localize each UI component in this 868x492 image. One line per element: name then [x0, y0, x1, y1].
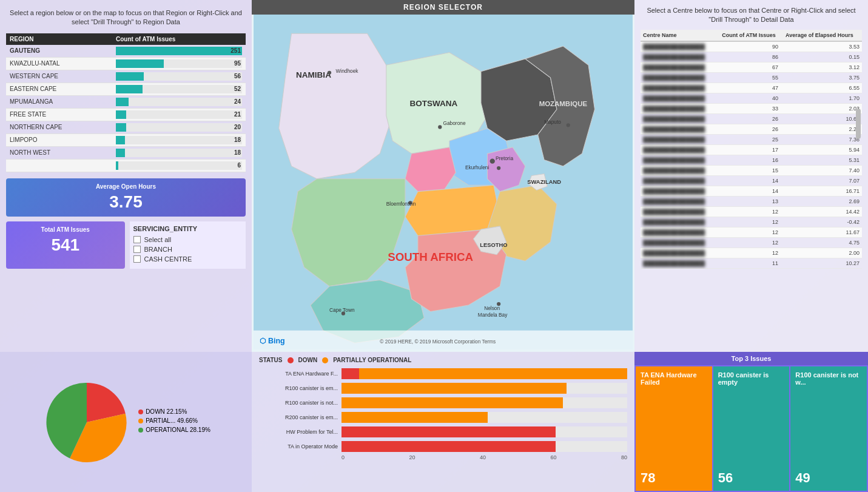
centre-row[interactable]: ████████████████ 12 2.00 [641, 248, 862, 258]
region-row[interactable]: NORTHERN CAPE 20 [6, 121, 246, 133]
filter-branch-label: BRANCH [144, 246, 172, 253]
pie-label-operational: OPERATIONAL 28.19% [138, 426, 210, 433]
count-col-header: Count of ATM Issues [112, 33, 246, 45]
svg-text:SWAZILAND: SWAZILAND [527, 179, 561, 185]
region-row[interactable]: NORTH WEST 18 [6, 146, 246, 159]
scrollbar[interactable] [856, 109, 861, 139]
checkbox-select-all[interactable] [133, 236, 141, 243]
centre-count-cell: 14 [719, 186, 783, 196]
bar-row: HW Problem for Tel... [259, 426, 627, 437]
centre-row[interactable]: ████████████████ 90 3.53 [641, 41, 862, 52]
centre-row[interactable]: ████████████████ 33 2.03 [641, 103, 862, 113]
kpi-avg-value: 3.75 [11, 192, 241, 212]
centre-avg-cell: 7.07 [783, 175, 862, 186]
region-row[interactable]: MPUMALANGA 24 [6, 95, 246, 108]
svg-text:© 2019 HERE, © 2019 Microsoft : © 2019 HERE, © 2019 Microsoft Corporatio… [380, 339, 496, 345]
region-row[interactable]: 6 [6, 159, 246, 172]
bar-bg: 18 [116, 149, 242, 157]
centre-count-cell: 12 [719, 237, 783, 248]
centre-row[interactable]: ████████████████ 13 2.69 [641, 196, 862, 206]
top3-card[interactable]: R100 canister is empty 56 [713, 366, 790, 491]
filter-branch[interactable]: BRANCH [133, 246, 243, 253]
centre-count-cell: 40 [719, 93, 783, 103]
centre-row[interactable]: ████████████████ 47 6.55 [641, 83, 862, 93]
centre-row[interactable]: ████████████████ 40 1.70 [641, 93, 862, 103]
centre-row[interactable]: ████████████████ 14 7.07 [641, 175, 862, 186]
checkbox-cash-centre[interactable] [133, 255, 141, 263]
centre-row[interactable]: ████████████████ 86 0.15 [641, 52, 862, 62]
centre-row[interactable]: ████████████████ 17 5.94 [641, 144, 862, 155]
centre-name-cell: ████████████████ [641, 52, 719, 62]
filter-select-all[interactable]: Select all [133, 236, 243, 243]
centre-avg-cell: 11.67 [783, 227, 862, 237]
centre-row[interactable]: ████████████████ 12 14.42 [641, 206, 862, 217]
svg-point-9 [438, 125, 442, 129]
region-bar-cell: 21 [112, 108, 246, 121]
region-row[interactable]: WESTERN CAPE 56 [6, 70, 246, 83]
partial-label: PARTIAL... 49.66% [146, 417, 198, 424]
region-name: MPUMALANGA [6, 95, 112, 108]
region-name: FREE STATE [6, 108, 112, 121]
centre-row[interactable]: ████████████████ 11 10.27 [641, 258, 862, 268]
filter-cash-centre[interactable]: CASH CENTRE [133, 255, 243, 263]
centre-row[interactable]: ████████████████ 12 11.67 [641, 227, 862, 237]
bar-value: 18 [234, 149, 241, 157]
region-bar-cell: 56 [112, 70, 246, 83]
bar-fill [116, 72, 144, 81]
bar-bg: 52 [116, 85, 242, 93]
centre-count-cell: 90 [719, 41, 783, 52]
map-area[interactable]: SOUTH AFRICA NAMIBIA BOTSWANA MOZAMBIQUE… [252, 15, 634, 349]
bar-bg: 18 [116, 136, 242, 144]
bar-track [341, 397, 627, 408]
centre-row[interactable]: ████████████████ 26 2.27 [641, 124, 862, 134]
map-svg[interactable]: SOUTH AFRICA NAMIBIA BOTSWANA MOZAMBIQUE… [252, 15, 634, 349]
centre-row[interactable]: ████████████████ 12 4.75 [641, 237, 862, 248]
region-row[interactable]: FREE STATE 21 [6, 108, 246, 121]
centre-count-cell: 33 [719, 103, 783, 113]
centre-avg-cell: 10.69 [783, 113, 862, 124]
centre-name-cell: ████████████████ [641, 41, 719, 52]
top3-card-value: 78 [641, 470, 707, 486]
region-row[interactable]: GAUTENG 251 [6, 45, 246, 58]
centre-avg-cell: 16.71 [783, 186, 862, 196]
bar-fill-orange [359, 368, 627, 379]
centre-row[interactable]: ████████████████ 15 7.40 [641, 165, 862, 175]
svg-text:Mandela Bay: Mandela Bay [478, 312, 508, 318]
centre-row[interactable]: ████████████████ 16 5.31 [641, 155, 862, 165]
centre-name-cell: ████████████████ [641, 124, 719, 134]
centre-avg-cell: 3.53 [783, 41, 862, 52]
bottom-center: STATUS DOWN PARTIALLY OPERATIONAL TA ENA… [252, 352, 634, 492]
centre-avg-cell: 14.42 [783, 206, 862, 217]
centre-name-cell: ████████████████ [641, 237, 719, 248]
center-panel: REGION SELECTOR [252, 0, 634, 352]
region-row[interactable]: LIMPOPO 18 [6, 133, 246, 146]
pie-chart [41, 377, 132, 468]
right-panel: Select a Centre below to focus on that C… [634, 0, 868, 352]
top3-card[interactable]: TA ENA Hardware Failed 78 [636, 366, 712, 491]
centre-name-cell: ████████████████ [641, 217, 719, 227]
x-axis: 0 20 40 60 80 [259, 454, 627, 460]
centre-row[interactable]: ████████████████ 12 -0.42 [641, 217, 862, 227]
region-row[interactable]: KWAZULU-NATAL 95 [6, 57, 246, 70]
partial-status-label: PARTIALLY OPERATIONAL [333, 357, 411, 363]
centre-name-cell: ████████████████ [641, 258, 719, 268]
centre-row[interactable]: ████████████████ 55 3.75 [641, 72, 862, 83]
top3-card-title: TA ENA Hardware Failed [641, 371, 707, 386]
svg-text:SOUTH AFRICA: SOUTH AFRICA [388, 251, 473, 263]
centre-row[interactable]: ████████████████ 14 16.71 [641, 186, 862, 196]
centre-name-cell: ████████████████ [641, 134, 719, 144]
centre-row[interactable]: ████████████████ 67 3.12 [641, 62, 862, 72]
region-row[interactable]: EASTERN CAPE 52 [6, 83, 246, 95]
top3-card[interactable]: R100 canister is not w... 49 [790, 366, 867, 491]
bar-row: R100 canister is em... [259, 383, 627, 394]
centre-avg-cell: 10.27 [783, 258, 862, 268]
checkbox-branch[interactable] [133, 246, 141, 253]
svg-text:Bloemfontein: Bloemfontein [386, 201, 416, 207]
centre-row[interactable]: ████████████████ 26 10.69 [641, 113, 862, 124]
bar-bg: 251 [116, 47, 242, 55]
centre-count-cell: 11 [719, 258, 783, 268]
down-status-dot [288, 357, 294, 363]
centre-row[interactable]: ████████████████ 25 7.36 [641, 134, 862, 144]
top3-card-title: R100 canister is empty [718, 371, 785, 386]
partial-dot [138, 419, 143, 423]
